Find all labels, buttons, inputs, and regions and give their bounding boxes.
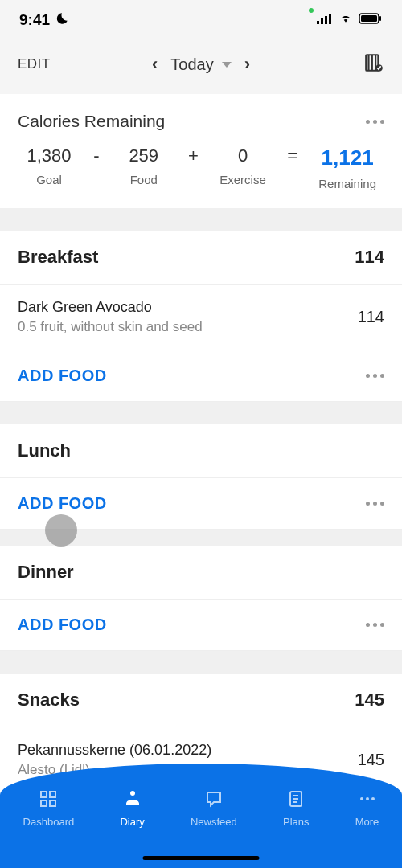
food-item[interactable]: Dark Green Avocado 0.5 fruit, without sk… [0, 285, 402, 350]
add-food-lunch-button[interactable]: ADD FOOD [18, 494, 107, 513]
section-divider [0, 402, 402, 424]
nav-diary[interactable]: Diary [120, 788, 144, 828]
calories-food-value: 259 [121, 145, 167, 166]
calories-remaining-label: Remaining [318, 177, 376, 190]
minus-operator: - [93, 145, 99, 166]
next-day-button[interactable]: › [244, 54, 250, 75]
calories-summary: Calories Remaining 1,380 Goal - 259 Food… [0, 94, 402, 208]
food-item-name: Pekannusskerne (06.01.2022) [18, 742, 211, 759]
add-food-breakfast-button[interactable]: ADD FOOD [18, 366, 107, 385]
dinner-more-button[interactable] [366, 623, 384, 627]
svg-rect-14 [41, 800, 47, 806]
section-divider [0, 208, 402, 231]
svg-rect-2 [325, 16, 327, 24]
breakfast-header[interactable]: Breakfast 114 [0, 231, 402, 285]
dinner-section: Dinner ADD FOOD [0, 546, 402, 651]
calories-exercise-value: 0 [219, 145, 266, 166]
food-item-calories: 114 [358, 308, 384, 326]
date-label-text: Today [170, 55, 213, 74]
nav-dashboard[interactable]: Dashboard [23, 788, 75, 828]
section-divider [0, 651, 402, 674]
nav-newsfeed[interactable]: Newsfeed [191, 788, 237, 828]
battery-icon [359, 13, 383, 27]
dinner-header[interactable]: Dinner [0, 546, 402, 600]
wifi-icon [338, 13, 354, 27]
breakfast-calories: 114 [355, 247, 384, 268]
equals-operator: = [287, 145, 297, 166]
breakfast-section: Breakfast 114 Dark Green Avocado 0.5 fru… [0, 231, 402, 402]
breakfast-more-button[interactable] [366, 374, 384, 378]
calories-exercise: 0 Exercise [219, 145, 266, 186]
calories-food: 259 Food [121, 145, 167, 186]
more-icon [356, 788, 379, 810]
svg-rect-5 [361, 15, 377, 22]
snacks-label: Snacks [18, 690, 80, 710]
plans-icon [285, 788, 307, 810]
lunch-more-button[interactable] [366, 502, 384, 506]
lunch-header[interactable]: Lunch [0, 424, 402, 478]
header: EDIT ‹ Today › [0, 40, 402, 88]
nav-plans-label: Plans [283, 816, 310, 828]
touch-indicator [45, 514, 77, 547]
bottom-navigation: Dashboard Diary Newsfeed Plans More [0, 764, 402, 868]
recording-indicator [309, 8, 314, 13]
dashboard-icon [37, 788, 59, 810]
calories-more-button[interactable] [366, 120, 384, 124]
prev-day-button[interactable]: ‹ [152, 54, 158, 75]
nav-dashboard-label: Dashboard [23, 816, 75, 828]
snacks-header[interactable]: Snacks 145 [0, 674, 402, 727]
chevron-down-icon [222, 62, 232, 68]
svg-rect-1 [321, 18, 323, 24]
nav-newsfeed-label: Newsfeed [191, 816, 237, 828]
svg-rect-13 [50, 792, 55, 797]
newsfeed-icon [203, 788, 225, 810]
calories-exercise-label: Exercise [219, 173, 266, 186]
breakfast-label: Breakfast [18, 247, 98, 268]
diary-icon [121, 788, 144, 810]
svg-rect-3 [329, 14, 331, 24]
calories-remaining: 1,121 Remaining [318, 145, 376, 190]
lunch-label: Lunch [18, 440, 71, 461]
calories-remaining-value: 1,121 [318, 145, 376, 170]
food-item-calories: 145 [358, 751, 384, 769]
svg-point-23 [371, 797, 375, 800]
calories-food-label: Food [121, 173, 167, 186]
date-selector[interactable]: Today [170, 55, 231, 74]
nav-more[interactable]: More [355, 788, 379, 828]
svg-rect-6 [379, 16, 381, 21]
snacks-calories: 145 [355, 690, 384, 710]
add-food-dinner-button[interactable]: ADD FOOD [18, 616, 107, 634]
barcode-scan-button[interactable] [363, 52, 384, 76]
calories-goal-label: Goal [26, 173, 72, 186]
calories-title: Calories Remaining [18, 112, 165, 131]
plus-operator: + [188, 145, 199, 166]
nav-diary-label: Diary [120, 816, 144, 828]
cellular-icon [317, 13, 333, 27]
svg-point-22 [366, 797, 369, 800]
nav-more-label: More [355, 816, 379, 828]
date-navigator: ‹ Today › [152, 54, 250, 75]
edit-button[interactable]: EDIT [18, 56, 51, 72]
svg-rect-0 [317, 21, 319, 24]
svg-rect-12 [41, 792, 47, 797]
home-indicator[interactable] [143, 856, 260, 860]
svg-point-16 [130, 791, 135, 796]
do-not-disturb-icon [55, 11, 69, 30]
nav-plans[interactable]: Plans [283, 788, 310, 828]
dinner-label: Dinner [18, 562, 74, 583]
status-bar: 9:41 [0, 0, 402, 40]
svg-rect-15 [50, 800, 55, 806]
calories-goal-value: 1,380 [26, 145, 72, 166]
calories-goal: 1,380 Goal [26, 145, 72, 186]
food-item-name: Dark Green Avocado [18, 299, 203, 316]
svg-point-21 [360, 797, 363, 800]
status-time: 9:41 [19, 11, 50, 29]
food-item-detail: 0.5 fruit, without skin and seed [18, 319, 203, 335]
